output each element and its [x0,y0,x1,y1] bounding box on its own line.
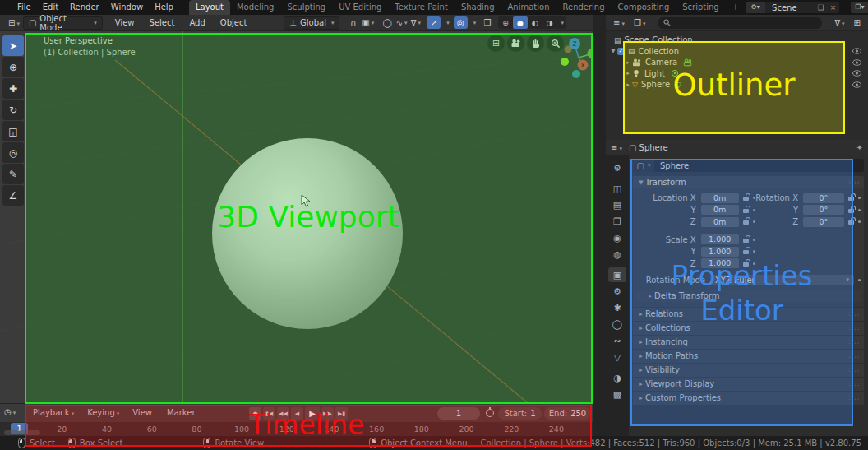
menu-item[interactable]: File [12,0,37,15]
collapsed-panel[interactable]: ▸ Instancing :::: [633,336,864,349]
collapsed-panel[interactable]: ▸ Collections :::: [633,322,864,335]
outliner-search-input[interactable] [658,17,822,29]
transform-value-field[interactable]: 0° [803,193,844,203]
lock-icon[interactable] [743,197,749,201]
timeline-menu-item[interactable]: Keying▾ [81,406,126,421]
expand-icon[interactable]: ▸ [624,70,632,77]
lock-icon[interactable] [743,262,749,267]
playback-button[interactable]: ▮◀ [263,407,275,420]
workspace-tab[interactable]: Animation [501,0,556,15]
eye-icon[interactable] [852,81,861,88]
menu-item[interactable]: Render [64,0,105,15]
camera-view-icon[interactable] [507,35,524,52]
workspace-tab[interactable]: Scripting [676,0,725,15]
lock-icon[interactable] [848,220,854,225]
workspace-tab[interactable]: Sculpting [280,0,332,15]
properties-tab[interactable]: ◉ [608,230,626,245]
collapsed-panel[interactable]: ▸ Motion Paths :::: [633,350,864,363]
outliner-editor-type-icon[interactable]: ≡▾ [610,18,628,27]
wireframe-shading-button[interactable]: ⊕ [498,16,513,29]
lock-icon[interactable] [848,197,854,201]
timeline-scrollbar[interactable] [4,430,40,435]
drag-handle[interactable]: :::: [849,325,860,332]
view-layer-icon[interactable]: ❐▾ [851,2,868,13]
playback-button[interactable]: ▶▶ [321,407,334,420]
menu-item[interactable]: Edit [37,0,64,15]
object-selector[interactable]: ▢▾ Sphere [633,159,864,172]
transform-value-field[interactable]: 0° [803,217,844,227]
collapsed-panel[interactable]: ▸ Custom Properties :::: [633,392,864,405]
snap-target-icon[interactable]: ▣▾ [360,16,375,29]
material-shading-button[interactable]: ◐ [528,16,542,29]
eye-icon[interactable] [852,48,861,54]
keyframe-dot-icon[interactable] [858,220,861,223]
workspace-tab[interactable]: Layout [189,0,230,15]
workspace-tab[interactable]: Shading [455,0,501,15]
drag-handle[interactable]: :::: [849,339,860,346]
drag-handle[interactable]: :::: [849,179,860,186]
collection-checkbox[interactable]: ✓ [617,48,625,55]
rotation-mode-dropdown[interactable]: XYZ Euler ▾ [710,275,854,285]
workspace-tab[interactable]: Modeling [230,0,281,15]
keyframe-dot-icon[interactable] [858,209,861,211]
playback-button[interactable]: ◀◀ [277,407,289,420]
outliner-row-collection[interactable]: ▼ ✓ ▤ Collection [606,46,868,58]
timeline-menu-item[interactable]: Playback▾ [26,406,81,421]
properties-tab[interactable]: ∾ [608,333,626,348]
tool-button[interactable]: ✚ [2,78,24,99]
timeline-menu-item[interactable]: View [126,406,160,421]
tool-button[interactable]: ✎ [2,164,24,184]
properties-tab[interactable]: ◑ [608,370,626,385]
eye-icon[interactable] [852,59,861,66]
current-frame-field[interactable]: 1 [437,407,480,420]
expand-icon[interactable]: ▸ [624,59,632,66]
properties-tab[interactable]: ✱ [608,300,626,315]
collapsed-panel[interactable]: ▸ Visibility :::: [633,364,864,377]
perspective-toggle-icon[interactable]: ⊞ [487,35,505,52]
tool-button[interactable]: ↻ [2,100,24,120]
expand-icon[interactable]: ▸ [624,81,632,88]
frame-end-field[interactable]: End: 250 [544,407,591,420]
menu-item[interactable]: Window [105,0,149,15]
proportional-falloff-icon[interactable]: ∿▾ [395,16,409,29]
tool-button[interactable]: ➤ [2,35,24,56]
drag-handle[interactable]: :::: [849,367,860,373]
disclosure-icon[interactable]: ▼ [609,48,617,54]
filter-icon[interactable]: ∇▾ [831,18,847,27]
workspace-tab[interactable]: UV Editing [332,0,388,15]
drag-handle[interactable]: :::: [849,381,860,387]
transform-value-field[interactable]: 1.000 [701,258,739,268]
workspace-tab[interactable]: + [726,0,746,15]
lock-icon[interactable] [848,209,854,213]
properties-tab[interactable]: ◍ [608,247,626,262]
gizmo-dropdown-icon[interactable]: ▾ [446,20,450,26]
shading-dropdown-icon[interactable]: ▾ [558,20,566,26]
collapsed-panel[interactable]: ▸ Viewport Display :::: [633,378,864,391]
delta-transform-panel[interactable]: ▸ Delta Transform [636,290,861,302]
tool-button[interactable]: ⊕ [2,57,24,77]
drag-handle[interactable]: :::: [849,353,860,360]
playback-button[interactable]: ▶▮ [335,407,348,420]
solid-shading-button[interactable]: ● [513,16,528,29]
lock-icon[interactable] [743,239,749,243]
overlays-dropdown-icon[interactable]: ▾ [473,20,477,26]
scene-selector[interactable]: ⚙▾ Scene ❏ × [746,2,839,13]
properties-tab[interactable]: ◯ [608,317,626,332]
object-icon[interactable]: ▢▾ [633,159,654,172]
orientation-selector[interactable]: ⊥ Global ▾ [284,16,339,30]
workspace-tab[interactable]: Compositing [612,0,676,15]
outliner-row-sphere[interactable]: ▸ ▽ Sphere ▽ [606,79,868,90]
viewport-menu-item[interactable]: Select [142,16,182,30]
menu-item[interactable]: Help [149,0,179,15]
transform-value-field[interactable]: 0m [701,205,739,215]
transform-value-field[interactable]: 1.000 [701,234,739,244]
show-gizmo-toggle[interactable]: ↗ [427,16,441,29]
lock-icon[interactable] [743,220,749,225]
properties-tab[interactable]: ◫ [608,181,626,196]
scene-name[interactable]: Scene [765,3,815,12]
outliner-row-light[interactable]: ▸ Light [606,68,868,80]
outliner-row-scene-collection[interactable]: ▤ Scene Collection [606,35,868,46]
properties-tab[interactable]: ⚙ [608,284,626,299]
eye-icon[interactable] [852,70,861,77]
transform-value-field[interactable]: 0m [701,193,739,203]
